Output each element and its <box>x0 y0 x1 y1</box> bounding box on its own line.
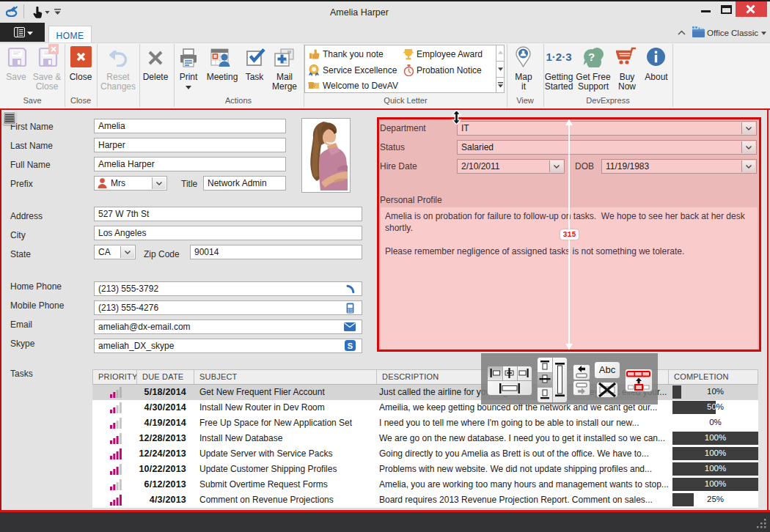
svg-text:?: ? <box>588 51 595 63</box>
svg-text:S: S <box>348 341 353 350</box>
